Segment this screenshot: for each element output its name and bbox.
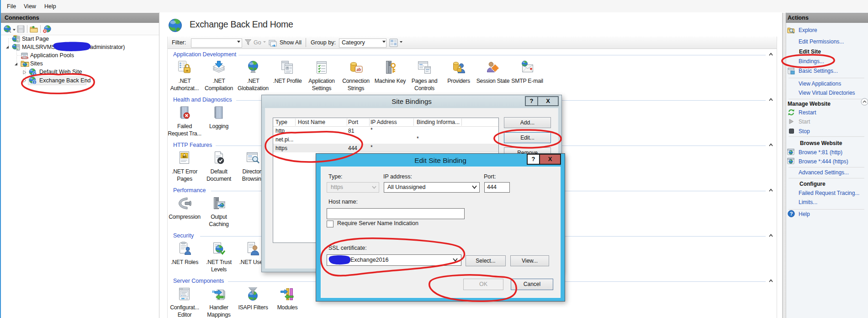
svg-text:404: 404 [182, 156, 187, 158]
svg-text:ab: ab [356, 67, 361, 72]
svg-text:?: ? [790, 211, 793, 216]
svg-text:?: ? [33, 73, 35, 76]
svg-text:?: ? [33, 81, 35, 84]
